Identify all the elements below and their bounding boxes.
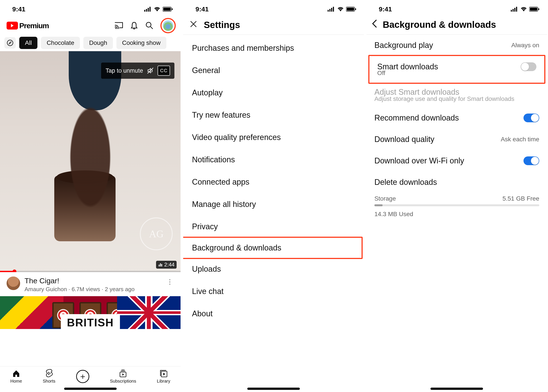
tab-library[interactable]: Library <box>157 369 170 384</box>
youtube-logo[interactable]: Premium <box>7 21 49 30</box>
screen-background-downloads: 9:41 Background & downloads Background p… <box>367 0 548 392</box>
wifi-icon <box>337 7 344 12</box>
settings-item-privacy[interactable]: Privacy <box>183 216 364 238</box>
svg-rect-6 <box>172 8 173 10</box>
settings-item-video-quality[interactable]: Video quality preferences <box>183 126 364 148</box>
premium-label: Premium <box>19 21 49 30</box>
svg-rect-18 <box>329 9 330 12</box>
svg-rect-27 <box>512 9 514 12</box>
video-meta: The Cigar! Amaury Guichon · 6.7M views ·… <box>0 272 181 296</box>
row-wifi-only[interactable]: Download over Wi-Fi only <box>367 150 547 171</box>
home-icon <box>12 369 21 378</box>
svg-rect-0 <box>144 10 145 12</box>
status-time: 9:41 <box>12 6 25 13</box>
chip-cooking-show[interactable]: Cooking show <box>116 37 166 49</box>
storage-section: Storage 5.51 GB Free 14.3 MB Used <box>367 193 547 220</box>
kebab-icon[interactable]: ⋮ <box>164 277 175 287</box>
chip-all[interactable]: All <box>19 37 37 49</box>
progress-bar[interactable] <box>0 271 181 272</box>
settings-item-notifications[interactable]: Notifications <box>183 148 364 171</box>
unmute-button[interactable]: Tap to unmute CC <box>101 63 174 79</box>
settings-item-purchases[interactable]: Purchases and memberships <box>183 37 364 59</box>
tab-subscriptions[interactable]: Subscriptions <box>110 369 136 384</box>
video-title: The Cigar! <box>24 277 135 285</box>
settings-item-general[interactable]: General <box>183 59 364 82</box>
chip-dough[interactable]: Dough <box>83 37 113 49</box>
settings-item-autoplay[interactable]: Autoplay <box>183 82 364 104</box>
chip-chocolate[interactable]: Chocolate <box>41 37 80 49</box>
settings-item-background-downloads[interactable]: Background & downloads <box>183 237 363 259</box>
create-icon: ＋ <box>76 370 89 383</box>
video-card[interactable]: AG Tap to unmute CC 2:44 The Cigar! Amau… <box>0 51 181 296</box>
recommend-toggle[interactable] <box>524 113 539 122</box>
svg-rect-19 <box>331 8 332 12</box>
settings-item-uploads[interactable]: Uploads <box>183 258 364 280</box>
status-time: 9:41 <box>379 6 392 13</box>
svg-rect-10 <box>159 265 160 266</box>
screen-youtube-home: 9:41 Premium <box>0 0 181 392</box>
svg-rect-11 <box>160 263 161 266</box>
home-indicator[interactable] <box>430 388 483 390</box>
video-subtitle: Amaury Guichon · 6.7M views · 2 years ag… <box>24 286 135 293</box>
status-icons <box>511 7 540 12</box>
storage-bar <box>374 204 539 206</box>
bars-icon <box>158 263 163 267</box>
smart-downloads-toggle[interactable] <box>521 62 536 71</box>
channel-avatar[interactable] <box>7 277 20 290</box>
svg-rect-1 <box>146 9 147 12</box>
row-download-quality[interactable]: Download quality Ask each time <box>367 129 547 150</box>
background-play-value: Always on <box>511 42 539 49</box>
profile-avatar-highlight[interactable] <box>160 18 176 33</box>
svg-point-7 <box>146 22 151 27</box>
tab-home[interactable]: Home <box>10 369 22 384</box>
shorts-icon <box>45 369 53 378</box>
settings-list: Purchases and memberships General Autopl… <box>183 35 364 327</box>
adjust-smart-subtitle: Adjust storage use and quality for Smart… <box>367 95 547 107</box>
cast-icon[interactable] <box>114 21 123 30</box>
unmute-label: Tap to unmute <box>106 67 143 74</box>
tab-shorts[interactable]: Shorts <box>43 369 55 384</box>
next-video-thumbnail[interactable]: BRITISH <box>0 296 181 329</box>
library-icon <box>159 369 168 378</box>
settings-item-try-new[interactable]: Try new features <box>183 104 364 126</box>
close-icon[interactable] <box>190 20 197 30</box>
notifications-icon[interactable] <box>130 21 139 30</box>
explore-icon[interactable] <box>4 37 16 49</box>
cellular-icon <box>328 7 335 12</box>
smart-downloads-status: Off <box>370 70 544 82</box>
row-background-play[interactable]: Background play Always on <box>367 35 547 56</box>
battery-icon <box>346 7 356 12</box>
page-header: Background & downloads <box>367 14 547 35</box>
wifi-only-toggle[interactable] <box>524 156 539 165</box>
battery-icon <box>529 7 540 12</box>
storage-free: 5.51 GB Free <box>503 195 539 202</box>
bgdl-list: Background play Always on Smart download… <box>367 35 547 220</box>
svg-rect-12 <box>161 264 162 266</box>
tab-create[interactable]: ＋ <box>76 370 89 383</box>
bottom-tab-bar: Home Shorts ＋ Subscriptions Library <box>0 366 181 385</box>
status-bar: 9:41 <box>367 0 547 14</box>
status-bar: 9:41 <box>183 0 364 14</box>
settings-header: Settings <box>183 14 364 35</box>
video-thumbnail: AG Tap to unmute CC 2:44 <box>0 51 181 272</box>
svg-rect-26 <box>511 10 512 12</box>
settings-item-about[interactable]: About <box>183 302 364 325</box>
wifi-icon <box>520 7 527 12</box>
wifi-icon <box>154 7 160 12</box>
youtube-play-icon <box>7 22 18 29</box>
row-recommend-downloads[interactable]: Recommend downloads <box>367 107 547 129</box>
svg-rect-5 <box>163 8 171 11</box>
back-icon[interactable] <box>371 19 377 30</box>
svg-point-9 <box>7 40 13 46</box>
svg-rect-20 <box>333 7 334 12</box>
home-indicator[interactable] <box>64 388 117 390</box>
battery-icon <box>163 7 173 12</box>
home-indicator[interactable] <box>247 388 300 390</box>
settings-item-live-chat[interactable]: Live chat <box>183 280 364 302</box>
status-icons <box>328 7 356 12</box>
settings-item-history[interactable]: Manage all history <box>183 193 364 216</box>
row-delete-downloads[interactable]: Delete downloads <box>367 171 547 193</box>
settings-item-connected-apps[interactable]: Connected apps <box>183 171 364 193</box>
cellular-icon <box>511 7 518 12</box>
search-icon[interactable] <box>145 21 154 30</box>
